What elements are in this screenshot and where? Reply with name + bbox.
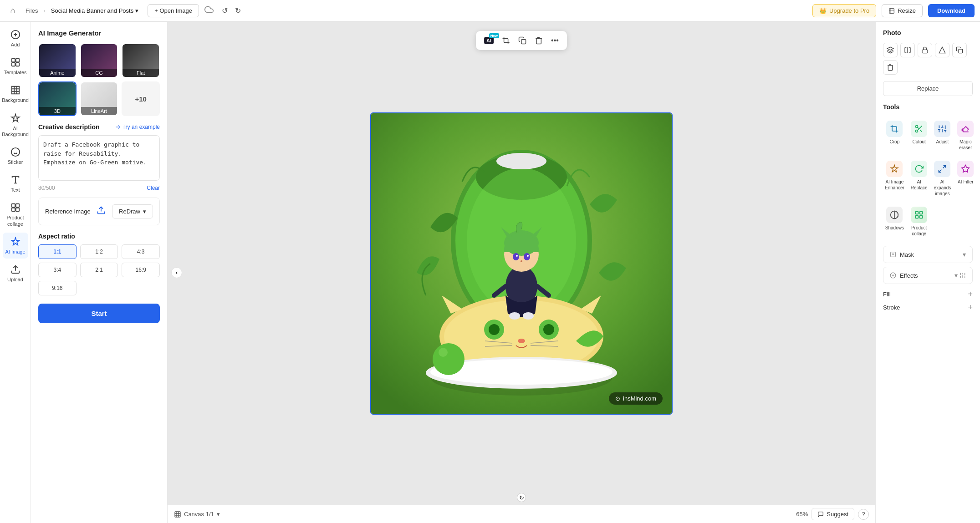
- left-panel: AI Image Generator Anime CG Flat 3D: [31, 22, 168, 523]
- svg-rect-52: [959, 49, 963, 53]
- home-button[interactable]: ⌂: [5, 4, 20, 18]
- delete-canvas-button[interactable]: [531, 34, 546, 47]
- tool-product-collage[interactable]: Product collage: [909, 203, 929, 240]
- style-anime[interactable]: Anime: [38, 43, 77, 78]
- mask-section[interactable]: Mask ▾: [883, 246, 973, 263]
- tool-shadows[interactable]: Shadows: [883, 203, 906, 240]
- ai-expands-tool-label: AI expands images: [934, 179, 951, 197]
- project-name[interactable]: Social Media Banner and Posts ▾: [51, 7, 138, 14]
- duplicate-icon-button[interactable]: [952, 43, 967, 57]
- upload-reference-button[interactable]: [97, 206, 106, 217]
- help-button[interactable]: ?: [858, 509, 869, 520]
- tool-ai-enhancer[interactable]: AI Image Enhancer: [883, 157, 906, 200]
- tool-ai-replace[interactable]: AI Replace: [909, 157, 929, 200]
- svg-rect-72: [920, 212, 923, 214]
- adjust-tool-icon: [934, 121, 950, 137]
- ratio-2-1[interactable]: 2:1: [80, 263, 118, 277]
- chevron-down-icon: ▾: [143, 208, 146, 215]
- tool-ai-expands[interactable]: AI expands images: [932, 157, 953, 200]
- more-canvas-button[interactable]: •••: [547, 34, 562, 47]
- upgrade-button[interactable]: 👑 Upgrade to Pro: [812, 4, 876, 17]
- resize-button[interactable]: Resize: [882, 4, 923, 17]
- open-image-button[interactable]: + Open Image: [148, 4, 199, 17]
- effects-section[interactable]: Effects ▾: [883, 267, 973, 284]
- sidebar-item-add[interactable]: Add: [3, 25, 28, 51]
- style-lineart[interactable]: LineArt: [80, 81, 118, 116]
- zoom-level: 65%: [796, 511, 808, 518]
- sidebar-item-sticker[interactable]: Sticker: [3, 143, 28, 169]
- files-link[interactable]: Files: [26, 7, 38, 14]
- canvas-expand-icon[interactable]: ▾: [217, 511, 220, 518]
- layers-icon-button[interactable]: [883, 43, 898, 57]
- svg-line-68: [939, 170, 942, 173]
- tool-adjust[interactable]: Adjust: [932, 117, 953, 154]
- style-cg[interactable]: CG: [80, 43, 118, 78]
- cloud-sync-icon[interactable]: [204, 5, 214, 16]
- rotate-handle[interactable]: ↻: [517, 493, 526, 502]
- lock-icon-button[interactable]: [918, 43, 932, 57]
- svg-rect-71: [916, 212, 919, 214]
- crop-canvas-button[interactable]: [498, 34, 514, 47]
- style-grid: Anime CG Flat 3D LineArt: [38, 43, 160, 116]
- sidebar-item-text[interactable]: Text: [3, 171, 28, 197]
- svg-line-57: [918, 127, 919, 129]
- sidebar-item-label: Upload: [7, 277, 23, 283]
- svg-line-56: [920, 130, 922, 132]
- style-lineart-label: LineArt: [81, 107, 117, 115]
- flip-icon-button[interactable]: [900, 43, 915, 57]
- style-3d[interactable]: 3D: [38, 81, 77, 116]
- ratio-9-16[interactable]: 9:16: [38, 281, 77, 295]
- ratio-1-2[interactable]: 1:2: [80, 244, 118, 259]
- ratio-3-4[interactable]: 3:4: [38, 263, 77, 277]
- svg-rect-2: [11, 59, 15, 62]
- style-flat[interactable]: Flat: [122, 43, 160, 78]
- ratio-16-9[interactable]: 16:9: [122, 263, 160, 277]
- sidebar-item-upload[interactable]: Upload: [3, 260, 28, 286]
- collapse-sidebar-button[interactable]: ‹: [171, 267, 182, 278]
- undo-button[interactable]: ↺: [219, 5, 230, 17]
- delete-icon-button[interactable]: [883, 60, 898, 75]
- creative-description-textarea[interactable]: [38, 135, 160, 181]
- sidebar-item-product-collage[interactable]: Product collage: [3, 198, 28, 230]
- fill-add-icon[interactable]: +: [968, 289, 973, 299]
- sidebar-item-templates[interactable]: Templates: [3, 53, 28, 79]
- redraw-button[interactable]: ReDraw ▾: [112, 204, 153, 218]
- sidebar-item-ai-image[interactable]: AI Image: [3, 233, 28, 259]
- reference-image-area: Reference Image: [45, 208, 91, 215]
- try-example-button[interactable]: Try an example: [115, 124, 160, 130]
- tool-crop[interactable]: Crop: [883, 117, 906, 154]
- tool-cutout[interactable]: Cutout: [909, 117, 929, 154]
- tool-magic-eraser[interactable]: Magic eraser: [955, 117, 975, 154]
- aspect-ratio-title: Aspect ratio: [38, 233, 160, 240]
- tool-ai-filter[interactable]: AI Filter: [955, 157, 975, 200]
- redo-button[interactable]: ↻: [232, 5, 244, 17]
- ratio-grid: 1:1 1:2 4:3 3:4 2:1 16:9 9:16: [38, 244, 160, 295]
- ratio-1-1[interactable]: 1:1: [38, 244, 77, 259]
- svg-marker-69: [962, 165, 970, 173]
- download-button[interactable]: Download: [928, 4, 975, 17]
- svg-point-53: [916, 126, 918, 128]
- cutout-tool-icon: [911, 121, 927, 137]
- style-anime-label: Anime: [39, 69, 76, 77]
- replace-button[interactable]: Replace: [883, 81, 973, 96]
- svg-marker-51: [939, 47, 945, 53]
- svg-point-40: [527, 255, 529, 257]
- ai-tool-button[interactable]: AI New: [480, 34, 497, 47]
- watermark: ⊙ insMind.com: [609, 392, 663, 405]
- svg-rect-8: [15, 204, 19, 207]
- suggest-button[interactable]: Suggest: [812, 508, 854, 520]
- shape-icon-button[interactable]: [935, 43, 949, 57]
- ratio-4-3[interactable]: 4:3: [122, 244, 160, 259]
- start-button[interactable]: Start: [38, 304, 160, 323]
- ai-badge: New: [489, 33, 499, 38]
- sidebar-item-ai-background[interactable]: AI Background: [3, 109, 28, 141]
- add-icon: [10, 29, 21, 40]
- clear-button[interactable]: Clear: [147, 185, 160, 191]
- stroke-add-icon[interactable]: +: [968, 303, 973, 312]
- text-icon: [10, 174, 21, 185]
- stroke-label: Stroke: [883, 304, 900, 311]
- background-icon: [10, 85, 21, 96]
- style-more-button[interactable]: +10: [122, 81, 160, 116]
- sidebar-item-background[interactable]: Background: [3, 81, 28, 107]
- duplicate-canvas-button[interactable]: [515, 34, 530, 47]
